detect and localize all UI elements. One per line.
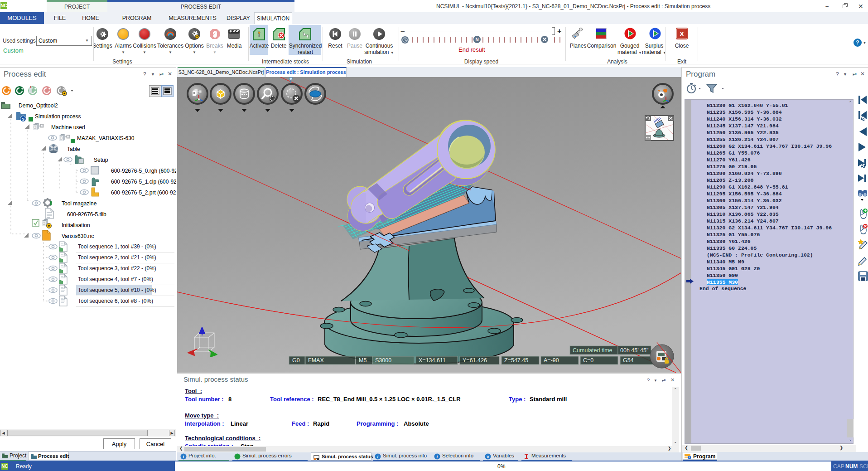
svg-text:Cumulated time: Cumulated time bbox=[573, 347, 612, 354]
svg-text:Tool magazine: Tool magazine bbox=[62, 200, 97, 207]
svg-text:600-92676-5_1.clp (600-9267(: 600-92676-5_1.clp (600-9267( bbox=[111, 179, 176, 185]
svg-text:Machine used: Machine used bbox=[51, 124, 85, 131]
svg-text:S: S bbox=[22, 117, 24, 121]
svg-text:X: X bbox=[680, 30, 684, 38]
svg-text:Setup: Setup bbox=[94, 157, 108, 163]
svg-text:i: i bbox=[183, 454, 184, 459]
svg-text:G0: G0 bbox=[292, 357, 300, 364]
svg-text:FMAX: FMAX bbox=[308, 357, 324, 364]
svg-text:Table: Table bbox=[67, 146, 80, 152]
svg-text:i: i bbox=[437, 454, 438, 459]
svg-text:N: N bbox=[475, 37, 478, 42]
svg-text:C=0: C=0 bbox=[583, 357, 593, 364]
svg-text:Demo_Optitool2: Demo_Optitool2 bbox=[19, 102, 58, 109]
svg-text:Simulation process: Simulation process bbox=[35, 113, 81, 120]
svg-text:Tool sequence 2, tool #21 -: Tool sequence 2, tool #21 - (0%) bbox=[78, 254, 156, 261]
svg-text:Y=61.426: Y=61.426 bbox=[463, 357, 487, 364]
svg-text:Tool sequence 6, tool #8 - (: Tool sequence 6, tool #8 - (0%) bbox=[78, 298, 153, 304]
svg-text:V: V bbox=[487, 455, 489, 459]
svg-text:Tool sequence 4, tool #7 - (: Tool sequence 4, tool #7 - (0%) bbox=[78, 276, 153, 282]
svg-text:600-92676-5_2.prt (600-92676: 600-92676-5_2.prt (600-92676 bbox=[111, 189, 176, 196]
svg-text:Tool sequence 3, tool #22 -: Tool sequence 3, tool #22 - (0%) bbox=[78, 265, 156, 272]
svg-text:X=134.611: X=134.611 bbox=[419, 357, 446, 364]
svg-text:600-92676-5.tlib: 600-92676-5.tlib bbox=[67, 211, 106, 218]
svg-text:i: i bbox=[377, 454, 379, 459]
svg-text:M5: M5 bbox=[359, 357, 366, 364]
svg-text:Varixis630.nc: Varixis630.nc bbox=[62, 233, 94, 239]
svg-text:00h 45' 45": 00h 45' 45" bbox=[620, 347, 648, 354]
svg-text:600-92676-5_0.rgh (600-9267: 600-92676-5_0.rgh (600-9267 bbox=[111, 168, 176, 174]
svg-text:Initialisation: Initialisation bbox=[62, 222, 90, 228]
svg-text:Z=547.45: Z=547.45 bbox=[504, 357, 528, 364]
svg-text:Tool sequence 1, tool #39 -: Tool sequence 1, tool #39 - (0%) bbox=[78, 243, 156, 250]
svg-text:Tool sequence 5, tool #10 -: Tool sequence 5, tool #10 - (0%) bbox=[78, 287, 156, 293]
svg-text:A=-90: A=-90 bbox=[544, 357, 559, 364]
svg-text:G54: G54 bbox=[623, 357, 634, 364]
svg-text:S3000: S3000 bbox=[375, 357, 391, 364]
svg-text:MAZAK_VARIAXIS-630: MAZAK_VARIAXIS-630 bbox=[77, 135, 135, 141]
